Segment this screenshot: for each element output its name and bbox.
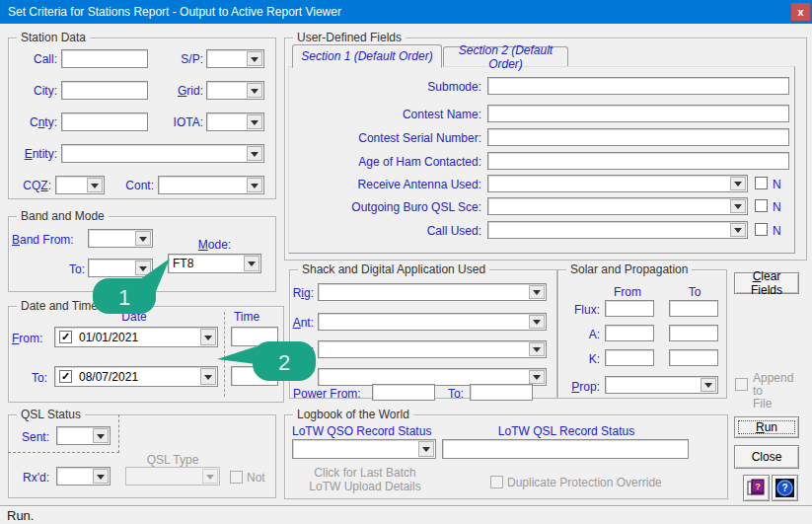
flux-label: Flux: [562, 303, 600, 317]
chevron-down-icon[interactable] [529, 370, 545, 384]
chevron-down-icon[interactable] [701, 378, 716, 392]
date-to-combo[interactable]: ✓ 08/07/2021 [54, 366, 218, 387]
duplicate-protection-label: Duplicate Protection Override [507, 476, 662, 489]
k-from-input[interactable] [605, 349, 654, 366]
date-from-checkbox[interactable]: ✓ [59, 331, 72, 343]
ant-combo[interactable] [318, 313, 547, 331]
chevron-down-icon[interactable] [87, 178, 103, 192]
chevron-down-icon[interactable] [135, 231, 151, 246]
chevron-down-icon[interactable] [247, 83, 262, 98]
power-to-input[interactable] [470, 384, 533, 401]
contest-serial-input[interactable] [487, 128, 789, 146]
station-data-title: Station Data [17, 31, 90, 44]
a-to-input[interactable] [669, 325, 718, 341]
append-to-file-label: Append toFile [753, 372, 804, 411]
clear-fields-button[interactable]: Clear Fields [734, 272, 799, 294]
receive-antenna-label: Receive Antenna Used: [296, 178, 481, 191]
mode-combo[interactable]: FT8 [168, 254, 261, 273]
date-to-label: To: [12, 371, 47, 385]
receive-antenna-n-checkbox[interactable] [755, 177, 768, 189]
lotw-qsl-status-label: LoTW QSL Record Status [489, 424, 643, 438]
flux-to-input[interactable] [669, 300, 718, 317]
help-icon: ? [775, 479, 794, 497]
solar-from-header: From [599, 285, 656, 299]
receive-antenna-n-label: N [773, 178, 781, 191]
qsl-sent-combo[interactable] [56, 426, 111, 445]
a-from-input[interactable] [605, 325, 654, 341]
help-book-button[interactable]: ? [743, 475, 770, 501]
date-from-combo[interactable]: ✓ 01/01/2021 [54, 327, 218, 347]
chevron-down-icon[interactable] [730, 199, 746, 213]
entity-combo[interactable] [61, 144, 264, 163]
chevron-down-icon[interactable] [529, 342, 545, 356]
annotation-badge-1: 1 [87, 255, 178, 318]
lotw-qso-status-combo[interactable] [292, 439, 436, 459]
solar-to-header: To [671, 285, 718, 299]
date-from-value: 01/01/2021 [79, 331, 138, 344]
status-bar: Run. [0, 505, 812, 524]
chevron-down-icon[interactable] [247, 178, 262, 192]
k-to-input[interactable] [669, 349, 718, 366]
sp-label: S/P: [158, 52, 203, 66]
tab-section-2[interactable]: Section 2 (Default Order) [443, 46, 568, 66]
help-button[interactable]: ? [772, 475, 798, 501]
contest-name-input[interactable] [487, 105, 789, 122]
qsl-type-combo [125, 467, 220, 486]
grid-combo[interactable] [206, 81, 264, 100]
flux-from-input[interactable] [605, 300, 654, 317]
prop-combo[interactable] [605, 376, 718, 394]
lotw-last-batch-link: Click for Last BatchLoTW Upload Details [296, 466, 434, 493]
chevron-down-icon[interactable] [247, 146, 262, 161]
date-to-checkbox[interactable]: ✓ [59, 370, 72, 383]
contest-serial-label: Contest Serial Number: [296, 131, 481, 145]
window-title: Set Criteria for Stations Report - Outpu… [8, 0, 341, 24]
outgoing-buro-combo[interactable] [487, 197, 748, 215]
contest-name-label: Contest Name: [296, 108, 481, 121]
chevron-down-icon[interactable] [247, 51, 262, 66]
cont-label: Cont: [111, 179, 154, 192]
chevron-down-icon[interactable] [730, 177, 746, 190]
submode-input[interactable] [487, 77, 789, 95]
annotation-badge-2: 2 [207, 334, 318, 385]
chevron-down-icon[interactable] [247, 114, 262, 129]
submode-label: Submode: [296, 80, 481, 94]
cqz-combo[interactable] [55, 176, 105, 194]
cnty-input[interactable] [61, 112, 148, 131]
qsl-not-checkbox [230, 471, 243, 484]
qsl-rxd-combo[interactable] [56, 467, 111, 486]
close-button-label: Close [735, 450, 798, 464]
run-button[interactable]: Run [734, 416, 799, 438]
city-input[interactable] [61, 81, 148, 100]
power-from-input[interactable] [372, 384, 435, 401]
chevron-down-icon[interactable] [730, 223, 746, 237]
outgoing-buro-label: Outgoing Buro QSL Sce: [296, 200, 481, 214]
rig-label: Rig: [288, 286, 314, 300]
outgoing-buro-n-checkbox[interactable] [755, 199, 768, 212]
band-from-label: Band From: [12, 233, 74, 247]
chevron-down-icon[interactable] [529, 285, 545, 299]
ant-label: Ant: [288, 316, 314, 330]
age-of-ham-label: Age of Ham Contacted: [296, 155, 481, 169]
call-used-n-checkbox[interactable] [755, 223, 768, 236]
close-button[interactable]: Close [734, 445, 799, 469]
lotw-qsl-status-input[interactable] [442, 439, 689, 459]
call-used-combo[interactable] [487, 221, 748, 239]
chevron-down-icon[interactable] [244, 256, 259, 271]
age-of-ham-input[interactable] [487, 152, 789, 170]
iota-combo[interactable] [206, 112, 264, 131]
tab-section-1[interactable]: Section 1 (Default Order) [292, 44, 442, 68]
close-icon[interactable]: x [791, 3, 810, 21]
acc-combo[interactable] [318, 340, 547, 358]
chevron-down-icon[interactable] [93, 428, 109, 443]
sp-combo[interactable] [206, 49, 264, 68]
band-from-combo[interactable] [88, 229, 153, 248]
svg-text:?: ? [781, 483, 787, 493]
call-input[interactable] [61, 49, 148, 68]
chevron-down-icon[interactable] [529, 315, 545, 329]
rig-combo[interactable] [318, 283, 547, 301]
chevron-down-icon[interactable] [418, 441, 434, 457]
receive-antenna-combo[interactable] [487, 175, 748, 192]
cont-combo[interactable] [158, 176, 264, 194]
cqz-label: CQZ: [8, 179, 51, 192]
chevron-down-icon[interactable] [93, 469, 109, 484]
